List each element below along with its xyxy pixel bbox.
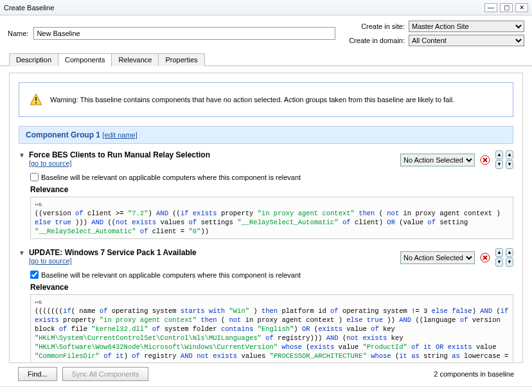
svg-rect-1 (35, 97, 37, 101)
tab-properties[interactable]: Properties (158, 53, 204, 66)
name-input[interactable] (33, 27, 335, 40)
relevance-check-label: Baseline will be relevant on applicable … (41, 271, 301, 279)
tab-bar: Description Components Relevance Propert… (0, 53, 532, 66)
collapse-icon[interactable]: ▼ (19, 152, 25, 159)
group-header: Component Group 1 [edit name] (19, 126, 513, 144)
name-label: Name: (8, 30, 28, 37)
site-select[interactable]: Master Action Site (409, 21, 524, 32)
component-1: ▼ Force BES Clients to Run Manual Relay … (19, 150, 513, 239)
svg-rect-2 (35, 102, 37, 103)
move-up-icon[interactable]: ▲ (495, 150, 503, 159)
drag-handle-icon: ↔⇅ (35, 200, 509, 209)
move-bottom-icon[interactable]: ▼ (506, 160, 513, 169)
move-down-icon[interactable]: ▼ (495, 160, 503, 169)
relevance-label: Relevance (30, 185, 513, 194)
relevance-checkbox[interactable] (30, 173, 39, 181)
component-count: 2 components in baseline (434, 370, 514, 378)
group-title: Component Group 1 (26, 130, 102, 139)
component-title: Force BES Clients to Run Manual Relay Se… (29, 150, 210, 159)
go-to-source-link[interactable]: [go to source] (29, 257, 72, 265)
titlebar: Create Baseline — ▢ ✕ (0, 0, 532, 15)
move-top-icon[interactable]: ▲ (506, 248, 513, 257)
domain-label: Create in domain: (349, 37, 405, 44)
collapse-icon[interactable]: ▼ (19, 249, 25, 256)
relevance-code: ↔⇅(((((((if( name of operating system st… (30, 294, 513, 363)
relevance-label: Relevance (30, 283, 513, 292)
move-up-icon[interactable]: ▲ (495, 248, 503, 257)
edit-group-name-link[interactable]: [edit name] (102, 131, 137, 139)
remove-icon[interactable] (480, 253, 490, 263)
tab-description[interactable]: Description (9, 53, 58, 66)
relevance-check-label: Baseline will be relevant on applicable … (41, 174, 301, 181)
action-select[interactable]: No Action Selected (400, 154, 475, 166)
domain-select[interactable]: All Content (409, 35, 524, 46)
tab-relevance[interactable]: Relevance (111, 53, 159, 66)
close-button[interactable]: ✕ (515, 3, 528, 12)
relevance-code: ↔⇅((version of client >= "7.2") AND ((if… (30, 197, 513, 239)
window-title: Create Baseline (4, 4, 54, 12)
site-label: Create in site: (349, 22, 405, 30)
remove-icon[interactable] (480, 155, 490, 165)
find-button[interactable]: Find... (18, 367, 57, 381)
sync-button[interactable]: Sync All Components (62, 367, 149, 381)
components-scroll[interactable]: Warning: This baseline contains componen… (9, 73, 523, 363)
move-top-icon[interactable]: ▲ (506, 150, 513, 159)
minimize-button[interactable]: — (484, 3, 497, 12)
action-select[interactable]: No Action Selected (400, 251, 475, 264)
move-down-icon[interactable]: ▼ (495, 258, 503, 267)
move-bottom-icon[interactable]: ▼ (506, 258, 513, 267)
go-to-source-link[interactable]: [go to source] (29, 159, 72, 167)
tab-components[interactable]: Components (58, 53, 112, 66)
relevance-checkbox[interactable] (30, 271, 39, 279)
warning-icon (30, 93, 42, 106)
drag-handle-icon: ↔⇅ (35, 298, 509, 307)
maximize-button[interactable]: ▢ (500, 3, 513, 12)
component-2: ▼ UPDATE: Windows 7 Service Pack 1 Avail… (19, 248, 513, 363)
warning-text: Warning: This baseline contains componen… (50, 96, 454, 103)
warning-box: Warning: This baseline contains componen… (19, 82, 513, 117)
component-title: UPDATE: Windows 7 Service Pack 1 Availab… (29, 248, 197, 257)
